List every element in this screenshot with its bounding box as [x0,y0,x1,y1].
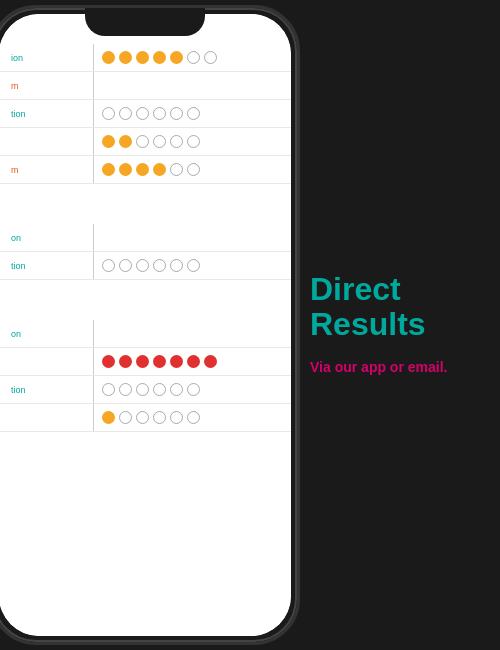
dot [136,383,149,396]
dot [119,135,132,148]
row-label: on [0,320,94,347]
row-dots [94,376,291,403]
section-gap-2 [0,300,291,320]
row-dots [94,100,291,127]
headline: Direct Results [310,272,426,342]
table-row: on [0,320,291,348]
dot [204,355,217,368]
row-label: tion [0,376,94,403]
dot [153,51,166,64]
dot [153,355,166,368]
dot [136,355,149,368]
row-label: tion [0,252,94,279]
table-section-1: ion [0,44,291,184]
dot [136,135,149,148]
dot [187,107,200,120]
headline-line1: Direct [310,272,426,307]
dot [102,411,115,424]
dot [102,107,115,120]
row-dots [94,320,291,347]
phone-mockup: ion [0,5,300,645]
row-label: tion [0,100,94,127]
dot [119,259,132,272]
row-dots [94,156,291,183]
row-label [0,404,94,431]
row-label [0,348,94,375]
dot [187,259,200,272]
dot [102,135,115,148]
phone-screen: ion [0,14,291,636]
dot [170,259,183,272]
dot [153,107,166,120]
table-row: tion [0,100,291,128]
dot [170,383,183,396]
row-label: on [0,224,94,251]
dot [170,411,183,424]
dot [119,51,132,64]
panel-subtext: Via our app or email. [310,358,447,378]
dot [102,355,115,368]
dot [119,411,132,424]
dot [170,163,183,176]
row-dots [94,128,291,155]
table-section-2: on tion [0,224,291,280]
row-dots [94,348,291,375]
dot [153,259,166,272]
dot [187,135,200,148]
dot [204,51,217,64]
row-dots [94,252,291,279]
dot [136,411,149,424]
dot [153,135,166,148]
dot [102,259,115,272]
dot [153,383,166,396]
dot [136,163,149,176]
table-row: tion [0,376,291,404]
dot [153,163,166,176]
dot [119,355,132,368]
dot [102,51,115,64]
dot [119,163,132,176]
dot [170,135,183,148]
dot [119,107,132,120]
right-panel: Direct Results Via our app or email. [300,0,500,650]
dot [170,51,183,64]
row-label [0,128,94,155]
phone-notch [85,8,205,36]
row-dots [94,44,291,71]
row-label: m [0,72,94,99]
row-label: m [0,156,94,183]
dot [170,355,183,368]
dot [187,51,200,64]
section-gap [0,204,291,224]
table-section-3: on [0,320,291,432]
dot [153,411,166,424]
row-dots [94,404,291,431]
row-dots [94,72,291,99]
table-row [0,404,291,432]
table-row [0,128,291,156]
dot [187,383,200,396]
table-row: tion [0,252,291,280]
dot [102,163,115,176]
table-row: on [0,224,291,252]
headline-line2: Results [310,307,426,342]
dot [187,163,200,176]
table-row: m [0,72,291,100]
dot [119,383,132,396]
screen-content: ion [0,14,291,636]
row-dots [94,224,291,251]
dot [170,107,183,120]
table-row [0,348,291,376]
dot [136,259,149,272]
dot [102,383,115,396]
table-row: ion [0,44,291,72]
dot [136,107,149,120]
page-wrapper: ion [0,0,500,650]
dot [136,51,149,64]
row-label: ion [0,44,94,71]
phone-outer: ion [0,5,300,645]
dot [187,355,200,368]
table-row: m [0,156,291,184]
dot [187,411,200,424]
